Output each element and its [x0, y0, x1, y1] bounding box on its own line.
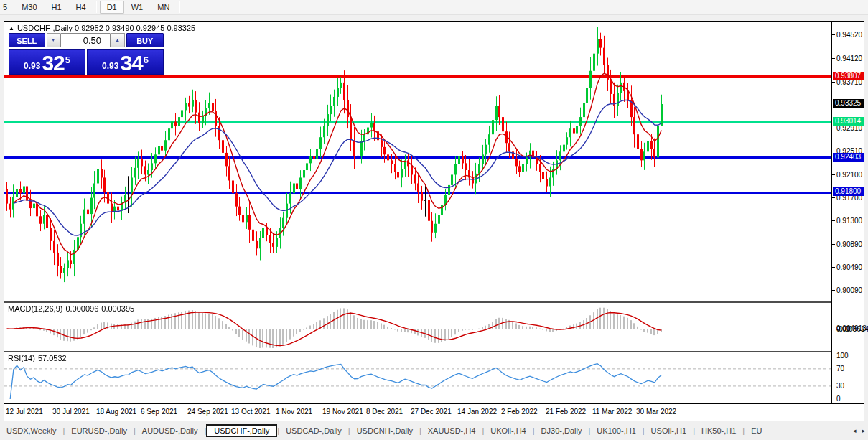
date-axis-label: 21 Feb 2022 — [546, 408, 586, 416]
tab-scroll-right-button[interactable]: ▸ — [862, 426, 865, 436]
chart-tab-audusd-daily[interactable]: AUDUSD-,Daily — [136, 425, 205, 436]
price-axis-label: 0.94120 — [836, 55, 862, 62]
date-axis-label: 6 Sep 2021 — [141, 408, 177, 416]
price-axis-tick — [832, 267, 835, 268]
chart-tab-usdx-weekly[interactable]: USDX,Weekly — [0, 425, 62, 436]
price-axis-tick — [832, 244, 835, 245]
rsi-axis-label: 30 — [836, 382, 844, 390]
plot-column: ▲USDCHF-,Daily 0.92952 0.93490 0.92945 0… — [4, 22, 831, 403]
price-axis-tick — [832, 197, 835, 198]
ask-price-button[interactable]: 0.93 34 6 — [87, 49, 164, 75]
price-axis-label: 0.90490 — [836, 263, 862, 271]
price-axis-label: 0.91300 — [836, 217, 862, 225]
date-axis-label: 12 Jul 2021 — [6, 408, 43, 416]
tab-scroll-left-button[interactable]: ◂ — [853, 426, 857, 436]
one-click-trading-panel: SELL ▼ ▲ BUY 0.93 32 5 — [9, 33, 164, 75]
price-axis-tick — [832, 151, 835, 151]
macd-label: MACD(12,26,9)0.0000960.000395 — [8, 304, 137, 313]
rsi-axis-label: 70 — [836, 365, 844, 373]
price-axis-tick — [832, 34, 835, 35]
chart-tab-bar: USDX,Weekly|EURUSD-,Daily|AUDUSD-,Daily|… — [0, 423, 868, 438]
date-axis-label: 19 Nov 2021 — [322, 408, 363, 416]
rsi-axis-label: 0 — [836, 395, 841, 403]
timeframe-toolbar: 5M30H1H4D1W1MN — [0, 0, 868, 15]
chart-tab-usdcnh-daily[interactable]: USDCNH-,Daily — [350, 425, 419, 436]
chart-window: ▲USDCHF-,Daily 0.92952 0.93490 0.92945 0… — [4, 21, 864, 421]
chart-symbol-period: USDCHF-,Daily — [17, 24, 73, 32]
price-tag: 0.93014 — [833, 117, 864, 126]
main-chart-panel: ▲USDCHF-,Daily 0.92952 0.93490 0.92945 0… — [4, 22, 831, 301]
lot-size-input[interactable] — [60, 33, 111, 47]
date-axis-label: 30 Jul 2021 — [52, 408, 90, 416]
timeframe-button-mn[interactable]: MN — [150, 1, 177, 14]
collapse-arrow-icon[interactable]: ▲ — [9, 25, 14, 32]
bid-price-pipette: 5 — [65, 50, 70, 71]
lot-increase-button[interactable]: ▲ — [111, 33, 124, 47]
chart-tab-usoil-h1[interactable]: USOil-,H1 — [645, 425, 694, 436]
chart-ohlc-values: 0.92952 0.93490 0.92945 0.93325 — [75, 24, 195, 32]
timeframe-button-h1[interactable]: H1 — [45, 1, 69, 14]
timeframe-button-w1[interactable]: W1 — [124, 1, 151, 14]
macd-value: 0.000096 — [65, 304, 98, 313]
sell-button[interactable]: SELL — [9, 33, 45, 47]
chart-tab-dj30-daily[interactable]: DJ30-,Daily — [535, 425, 589, 436]
buy-button[interactable]: BUY — [126, 33, 164, 47]
lot-decrease-button[interactable]: ▼ — [47, 33, 60, 47]
price-tag: 0.93807 — [833, 72, 864, 80]
timeframe-button-h4[interactable]: H4 — [69, 1, 93, 14]
macd-indicator-panel: MACD(12,26,9)0.0000960.000395 — [4, 303, 831, 351]
bid-price-prefix: 0.93 — [24, 60, 40, 72]
date-axis[interactable]: 12 Jul 202130 Jul 202118 Aug 20216 Sep 2… — [4, 403, 864, 421]
rsi-chart-canvas[interactable] — [4, 352, 831, 403]
price-axis-label: 0.92100 — [836, 171, 862, 179]
chart-tab-ukoil-h4[interactable]: UKOil-,H4 — [484, 425, 533, 436]
chart-title: ▲USDCHF-,Daily 0.92952 0.93490 0.92945 0… — [9, 24, 195, 32]
ask-price-big: 34 — [120, 54, 142, 72]
price-tag: 0.93325 — [833, 99, 864, 108]
macd-signal-value: 0.000395 — [101, 304, 134, 313]
chevron-down-icon: ▼ — [51, 37, 56, 42]
macd-name: MACD(12,26,9) — [8, 304, 62, 313]
chevron-up-icon: ▲ — [115, 37, 120, 42]
chart-tab-usdchf-daily[interactable]: USDCHF-,Daily — [206, 424, 277, 437]
ask-price-pipette: 6 — [144, 50, 149, 71]
chart-tab-usdcad-daily[interactable]: USDCAD-,Daily — [279, 425, 348, 436]
rsi-name: RSI(14) — [8, 354, 35, 362]
price-tag: 0.92403 — [833, 153, 864, 162]
timeframe-button-m30[interactable]: M30 — [14, 1, 44, 14]
timeframe-button-5[interactable]: 5 — [0, 1, 14, 14]
date-axis-label: 1 Nov 2021 — [276, 408, 312, 416]
chart-tab-uk100-h1[interactable]: UK100-,H1 — [590, 425, 642, 436]
macd-axis-label: -0.003614 — [836, 325, 868, 333]
price-axis-label: 0.90090 — [836, 286, 862, 294]
price-tag: 0.91800 — [833, 187, 864, 196]
date-axis-label: 24 Sep 2021 — [187, 408, 228, 416]
toolbar-separator — [96, 1, 97, 13]
price-axis-label: 0.94520 — [836, 31, 862, 39]
timeframe-button-d1[interactable]: D1 — [100, 1, 124, 14]
price-axis-tick — [832, 58, 835, 59]
chart-tab-xauusd-h4[interactable]: XAUUSD-,H4 — [421, 425, 482, 436]
date-axis-label: 11 Mar 2022 — [592, 408, 632, 416]
date-axis-label: 27 Dec 2021 — [411, 408, 452, 416]
rsi-label: RSI(14)57.0532 — [8, 354, 70, 362]
rsi-indicator-panel: RSI(14)57.0532 — [4, 352, 831, 403]
bid-price-big: 32 — [42, 54, 64, 72]
rsi-value: 57.0532 — [38, 354, 67, 362]
date-axis-label: 2 Feb 2022 — [501, 408, 538, 416]
chart-tab-eurusd-daily[interactable]: EURUSD-,Daily — [65, 425, 134, 436]
price-axis-tick — [832, 128, 835, 128]
toolbar-separator — [179, 1, 180, 13]
chart-tab-eu[interactable]: EU — [745, 425, 768, 436]
rsi-axis-label: 100 — [836, 352, 849, 360]
price-axis-tick — [832, 174, 835, 175]
date-axis-label: 8 Dec 2021 — [366, 408, 403, 416]
date-axis-label: 18 Aug 2021 — [96, 408, 136, 416]
price-axis[interactable]: 0.945200.941200.937100.929100.925100.921… — [831, 22, 864, 403]
chart-tab-hk50-h1[interactable]: HK50-,H1 — [695, 425, 742, 436]
bid-price-button[interactable]: 0.93 32 5 — [9, 49, 85, 75]
date-axis-label: 13 Oct 2021 — [231, 408, 270, 416]
price-axis-tick — [832, 82, 835, 83]
date-axis-label: 14 Jan 2022 — [457, 408, 497, 416]
price-axis-tick — [832, 220, 835, 221]
